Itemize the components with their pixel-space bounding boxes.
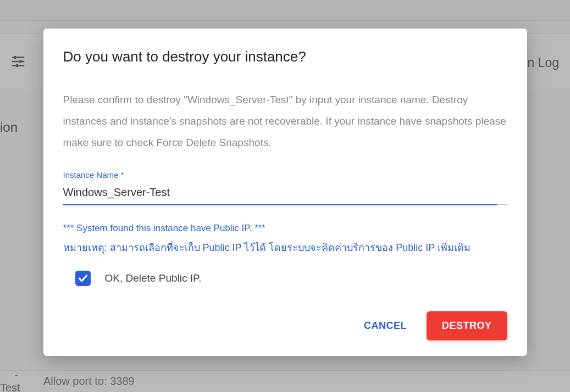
- modal-overlay: Do you want to destroy your instance? Pl…: [0, 0, 570, 392]
- instance-name-label: Instance Name *: [63, 170, 507, 180]
- destroy-instance-dialog: Do you want to destroy your instance? Pl…: [43, 29, 527, 356]
- checkmark-icon: [78, 273, 88, 284]
- input-underline-decoration: [497, 204, 507, 205]
- delete-public-ip-checkbox[interactable]: [75, 271, 91, 286]
- input-wrapper: [63, 183, 507, 205]
- instance-name-input[interactable]: [63, 183, 507, 205]
- destroy-button[interactable]: DESTROY: [427, 311, 507, 340]
- dialog-description: Please confirm to destroy "Windows_Serve…: [63, 89, 507, 154]
- public-ip-notice-thai: หมายเหตุ: สามารถเลือกที่จะเก็บ Public IP…: [63, 239, 507, 255]
- delete-public-ip-checkbox-row: OK, Delete Public IP.: [75, 271, 507, 286]
- delete-public-ip-label: OK, Delete Public IP.: [105, 272, 202, 284]
- dialog-title: Do you want to destroy your instance?: [63, 48, 507, 65]
- dialog-actions: CANCEL DESTROY: [63, 311, 507, 340]
- instance-name-field-group: Instance Name *: [63, 170, 507, 205]
- cancel-button[interactable]: CANCEL: [359, 315, 411, 337]
- public-ip-notice-english: *** System found this instance have Publ…: [63, 223, 507, 234]
